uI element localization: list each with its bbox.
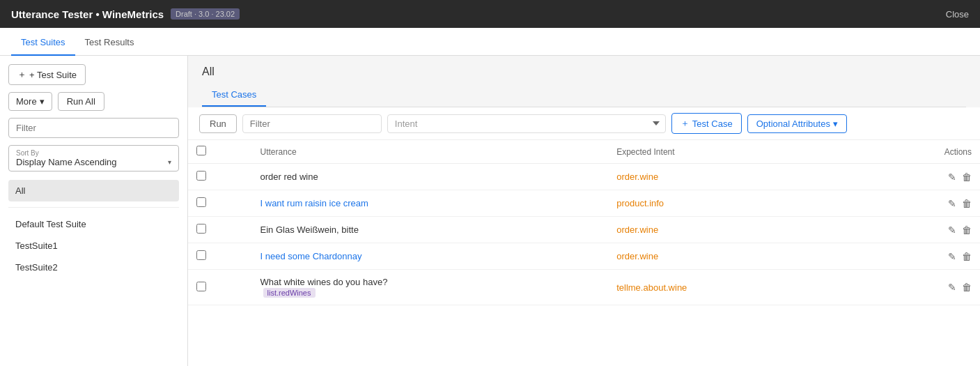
app-title: Utterance Tester • WineMetrics [11, 8, 164, 20]
intent-select[interactable]: Intent [387, 114, 666, 133]
add-suite-button[interactable]: ＋ + Test Suite [8, 64, 86, 85]
sidebar-item-suite2[interactable]: TestSuite2 [8, 257, 179, 278]
header-utterance: Utterance [252, 140, 609, 164]
utterance-text: Ein Glas Weißwein, bitte [260, 224, 359, 235]
sort-select[interactable]: Sort By Display Name Ascending ▾ [8, 145, 179, 171]
table-row: What white wines do you have?list.redWin… [188, 270, 980, 305]
sort-chevron-icon: ▾ [168, 158, 171, 166]
chevron-down-icon: ▾ [833, 119, 838, 129]
row-checkbox[interactable] [196, 282, 206, 291]
content-header: All Test Cases [188, 56, 980, 107]
utterance-text: What white wines do you have? [260, 277, 388, 287]
optional-attributes-button[interactable]: Optional Attributes ▾ [747, 114, 847, 133]
row-checkbox[interactable] [196, 250, 206, 260]
run-all-button[interactable]: Run All [58, 92, 104, 111]
run-button[interactable]: Run [199, 114, 237, 133]
test-cases-table: Utterance Expected Intent Actions order … [188, 140, 980, 305]
content-area: All Test Cases Run Intent ＋ Test Case Op… [188, 56, 980, 366]
sidebar: ＋ + Test Suite More ▾ Run All Sort By Di… [0, 56, 188, 366]
expected-intent: order.wine [616, 251, 658, 261]
sidebar-filter-input[interactable] [8, 118, 179, 138]
chevron-down-icon: ▾ [40, 96, 45, 107]
more-label: More [16, 96, 37, 107]
expected-intent: order.wine [616, 171, 658, 182]
close-button[interactable]: Close [946, 9, 969, 20]
sort-label: Sort By [16, 149, 171, 157]
top-tabs: Test Suites Test Results [0, 28, 980, 56]
edit-icon[interactable]: ✎ [948, 282, 956, 293]
utterance-link[interactable]: I need some Chardonnay [260, 251, 362, 261]
tab-test-cases[interactable]: Test Cases [202, 84, 266, 107]
select-all-checkbox[interactable] [196, 146, 206, 155]
sidebar-divider [8, 207, 179, 208]
add-test-case-button[interactable]: ＋ Test Case [671, 113, 742, 134]
table-container: Run Intent ＋ Test Case Optional Attribut… [188, 107, 980, 366]
row-checkbox[interactable] [196, 224, 206, 234]
table-row: I need some Chardonnayorder.wine✎🗑 [188, 243, 980, 270]
add-test-case-label: Test Case [692, 119, 733, 129]
table-row: order red wineorder.wine✎🗑 [188, 164, 980, 190]
plus-icon: ＋ [680, 117, 690, 130]
more-button[interactable]: More ▾ [8, 92, 52, 111]
delete-icon[interactable]: 🗑 [962, 198, 972, 209]
sort-value: Display Name Ascending [16, 157, 117, 167]
app-header: Utterance Tester • WineMetrics Draft · 3… [0, 0, 980, 28]
expected-intent: product.info [616, 198, 664, 208]
utterance-link[interactable]: I want rum raisin ice cream [260, 198, 368, 208]
expected-intent: tellme.about.wine [616, 282, 687, 293]
row-checkbox[interactable] [196, 171, 206, 181]
edit-icon[interactable]: ✎ [948, 251, 956, 262]
edit-icon[interactable]: ✎ [948, 171, 956, 183]
header-expected-intent: Expected Intent [608, 140, 846, 164]
sidebar-item-all[interactable]: All [8, 180, 179, 201]
expected-intent: order.wine [616, 224, 658, 235]
delete-icon[interactable]: 🗑 [962, 282, 972, 293]
tab-test-results[interactable]: Test Results [75, 30, 144, 56]
filter-input[interactable] [242, 114, 382, 133]
edit-icon[interactable]: ✎ [948, 198, 956, 209]
header-actions: Actions [846, 140, 980, 164]
utterance-text: order red wine [260, 171, 318, 182]
version-badge: Draft · 3.0 · 23.02 [171, 8, 240, 20]
table-toolbar: Run Intent ＋ Test Case Optional Attribut… [188, 107, 980, 140]
table-row: Ein Glas Weißwein, bitteorder.wine✎🗑 [188, 217, 980, 243]
table-row: I want rum raisin ice creamproduct.info✎… [188, 190, 980, 217]
delete-icon[interactable]: 🗑 [962, 251, 972, 262]
sidebar-item-suite1[interactable]: TestSuite1 [8, 235, 179, 257]
tab-test-suites[interactable]: Test Suites [11, 30, 75, 56]
utterance-tag: list.redWines [263, 288, 316, 298]
row-checkbox[interactable] [196, 197, 206, 207]
plus-icon: ＋ [17, 68, 26, 81]
delete-icon[interactable]: 🗑 [962, 224, 972, 236]
main-layout: ＋ + Test Suite More ▾ Run All Sort By Di… [0, 56, 980, 366]
edit-icon[interactable]: ✎ [948, 224, 956, 236]
sidebar-actions: ＋ + Test Suite [8, 64, 179, 85]
content-title: All [202, 66, 966, 78]
sidebar-secondary-actions: More ▾ Run All [8, 92, 179, 111]
optional-attrs-label: Optional Attributes [756, 119, 830, 129]
add-suite-label: + Test Suite [29, 70, 77, 80]
delete-icon[interactable]: 🗑 [962, 171, 972, 183]
content-tabs: Test Cases [202, 84, 966, 107]
sidebar-item-default[interactable]: Default Test Suite [8, 213, 179, 235]
